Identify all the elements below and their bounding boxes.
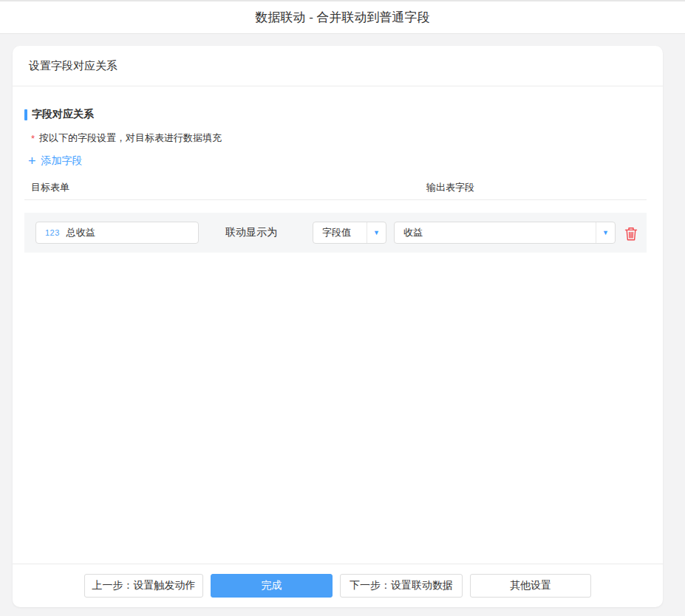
trash-icon: [624, 227, 638, 241]
value-type-selected: 字段值: [313, 222, 367, 243]
section-title-row: 字段对应关系: [24, 108, 647, 121]
next-step-button[interactable]: 下一步：设置联动数据: [340, 574, 463, 598]
finish-button[interactable]: 完成: [211, 574, 333, 598]
column-header-target-form: 目标表单: [31, 181, 69, 194]
target-field-box[interactable]: 123 总收益: [35, 222, 199, 244]
mapping-table-header: 目标表单 输出表字段: [24, 181, 647, 193]
chevron-down-icon: ▼: [596, 222, 615, 243]
other-settings-button[interactable]: 其他设置: [470, 574, 591, 598]
section-hint: * 按以下的字段设置，对目标表进行数据填充: [31, 131, 647, 145]
output-field-selected: 收益: [395, 222, 596, 243]
section-hint-text: 按以下的字段设置，对目标表进行数据填充: [39, 131, 222, 145]
footer-toolbar: 上一步：设置触发动作 完成 下一步：设置联动数据 其他设置: [13, 564, 663, 607]
required-asterisk-icon: *: [31, 133, 35, 144]
mapping-row: 123 总收益 联动显示为 字段值 ▼ 收益 ▼: [24, 213, 647, 253]
relation-label: 联动显示为: [225, 213, 277, 253]
delete-row-button[interactable]: [624, 226, 638, 241]
target-field-name: 总收益: [67, 226, 95, 239]
section-accent-bar: [24, 109, 27, 120]
top-bar: 数据联动 - 合并联动到普通字段: [0, 0, 685, 34]
page-title: 数据联动 - 合并联动到普通字段: [255, 9, 429, 26]
plus-icon: +: [28, 154, 36, 168]
chevron-down-icon: ▼: [367, 222, 386, 243]
add-field-button[interactable]: + 添加字段: [28, 154, 83, 168]
settings-panel: 设置字段对应关系 字段对应关系 * 按以下的字段设置，对目标表进行数据填充 + …: [13, 46, 663, 607]
number-field-type-icon: 123: [45, 228, 60, 237]
add-field-label: 添加字段: [41, 154, 83, 168]
output-field-select[interactable]: 收益 ▼: [394, 222, 616, 244]
header-divider: [24, 199, 647, 200]
section-title: 字段对应关系: [32, 108, 94, 121]
column-header-output-field: 输出表字段: [426, 181, 474, 194]
value-type-select[interactable]: 字段值 ▼: [313, 222, 386, 244]
panel-body: 字段对应关系 * 按以下的字段设置，对目标表进行数据填充 + 添加字段 目标表单…: [13, 86, 663, 564]
prev-step-button[interactable]: 上一步：设置触发动作: [84, 574, 203, 598]
panel-header: 设置字段对应关系: [13, 46, 663, 86]
panel-title: 设置字段对应关系: [29, 59, 117, 73]
